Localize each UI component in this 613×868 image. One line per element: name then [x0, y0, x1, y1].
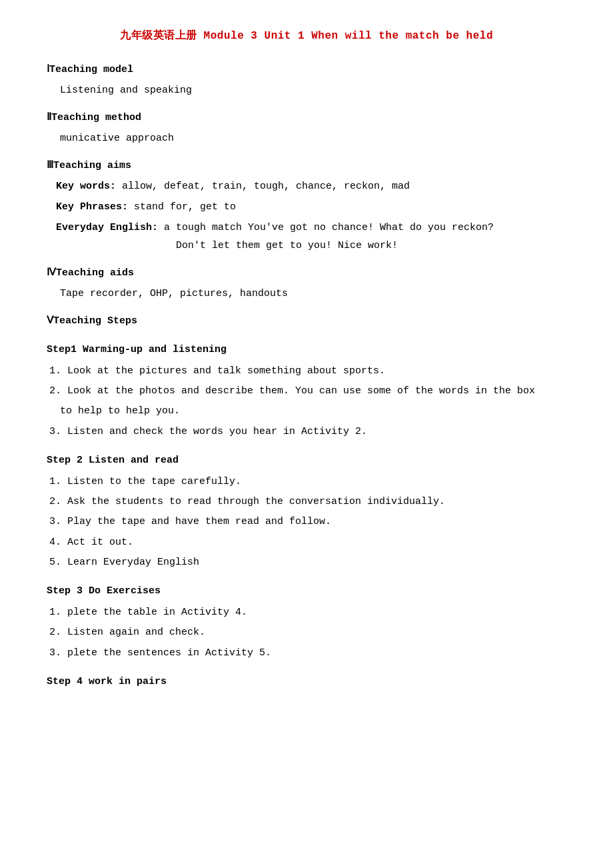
step4-heading: Step 4 work in pairs	[47, 673, 566, 691]
key-phrases-label: Key Phrases:	[56, 201, 128, 213]
section-teaching-steps: ⅤTeaching Steps	[47, 312, 566, 330]
list-item: 1. Listen to the tape carefully.	[47, 473, 566, 491]
step1-list: 1. Look at the pictures and talk somethi…	[47, 363, 566, 441]
list-item: 1. plete the table in Activity 4.	[47, 604, 566, 621]
everyday-english-line1: Everyday English: a tough match You've g…	[56, 219, 566, 237]
everyday-english-text1: a tough match You've got no chance! What…	[158, 222, 494, 233]
step1-heading: Step1 Warming-up and listening	[47, 341, 566, 359]
list-item: 2. Listen again and check.	[47, 624, 566, 641]
section-heading-teaching-model: ⅠTeaching model	[47, 61, 566, 79]
key-words-value: allow, defeat, train, tough, chance, rec…	[116, 181, 410, 192]
section-teaching-aims: ⅢTeaching aims Key words: allow, defeat,…	[47, 157, 566, 255]
key-phrases-value: stand for, get to	[128, 201, 236, 213]
page-title: 九年级英语上册 Module 3 Unit 1 When will the ma…	[47, 27, 566, 46]
step4-section: Step 4 work in pairs	[47, 673, 566, 691]
list-item: 2. Look at the photos and describe them.…	[47, 383, 566, 400]
step1-section: Step1 Warming-up and listening 1. Look a…	[47, 341, 566, 441]
step3-list: 1. plete the table in Activity 4. 2. Lis…	[47, 604, 566, 662]
section-teaching-method: ⅡTeaching method municative approach	[47, 109, 566, 147]
section-teaching-aids: ⅣTeaching aids Tape recorder, OHP, pictu…	[47, 264, 566, 303]
section-heading-teaching-aids: ⅣTeaching aids	[47, 264, 566, 282]
list-item: 2. Ask the students to read through the …	[47, 493, 566, 511]
key-phrases-row: Key Phrases: stand for, get to	[56, 198, 566, 216]
list-item: 3. Listen and check the words you hear i…	[47, 423, 566, 441]
list-item: 1. Look at the pictures and talk somethi…	[47, 363, 566, 380]
list-item: 4. Act it out.	[47, 534, 566, 551]
step2-section: Step 2 Listen and read 1. Listen to the …	[47, 451, 566, 571]
section-content-teaching-method: municative approach	[47, 129, 566, 147]
teaching-aims-content: Key words: allow, defeat, train, tough, …	[47, 177, 566, 255]
section-heading-teaching-steps: ⅤTeaching Steps	[47, 312, 566, 330]
section-heading-teaching-aims: ⅢTeaching aims	[47, 157, 566, 175]
everyday-english-row: Everyday English: a tough match You've g…	[56, 219, 566, 255]
list-item: 5. Learn Everyday English	[47, 554, 566, 571]
section-heading-teaching-method: ⅡTeaching method	[47, 109, 566, 127]
list-item: to help to help you.	[47, 403, 566, 420]
step3-section: Step 3 Do Exercises 1. plete the table i…	[47, 582, 566, 662]
section-content-teaching-aids: Tape recorder, OHP, pictures, handouts	[47, 285, 566, 303]
step3-heading: Step 3 Do Exercises	[47, 582, 566, 600]
key-words-label: Key words:	[56, 181, 116, 192]
step2-heading: Step 2 Listen and read	[47, 451, 566, 469]
key-words-row: Key words: allow, defeat, train, tough, …	[56, 177, 566, 195]
section-content-teaching-model: Listening and speaking	[47, 81, 566, 99]
list-item: 3. Play the tape and have them read and …	[47, 513, 566, 531]
section-teaching-model: ⅠTeaching model Listening and speaking	[47, 61, 566, 99]
step2-list: 1. Listen to the tape carefully. 2. Ask …	[47, 473, 566, 571]
everyday-english-line2: Don't let them get to you! Nice work!	[56, 237, 566, 255]
everyday-english-label: Everyday English:	[56, 222, 158, 233]
list-item: 3. plete the sentences in Activity 5.	[47, 645, 566, 662]
